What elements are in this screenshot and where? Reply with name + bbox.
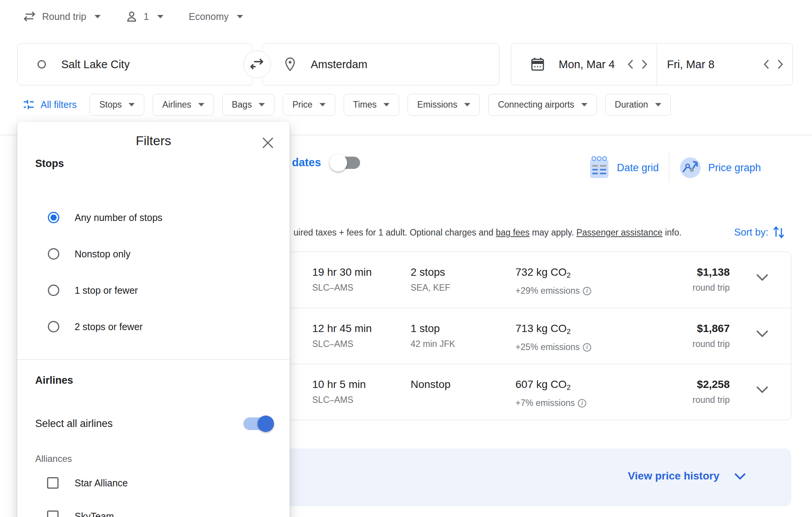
chip-bags[interactable]: Bags xyxy=(222,94,274,116)
trip-type-selector[interactable]: Round trip xyxy=(23,11,101,22)
location-pin-icon xyxy=(285,57,295,71)
radio-icon xyxy=(48,285,59,296)
origin-field[interactable]: Salt Lake City xyxy=(17,43,253,85)
all-filters-button[interactable]: All filters xyxy=(23,99,77,111)
chip-airlines[interactable]: Airlines xyxy=(153,94,214,116)
trip-controls-bar: Round trip 1 Economy xyxy=(23,11,243,22)
chevron-down-icon xyxy=(383,103,390,106)
close-icon[interactable] xyxy=(261,136,274,149)
chip-duration[interactable]: Duration xyxy=(605,94,671,116)
chevron-down-icon xyxy=(198,103,204,106)
flexible-dates-row: dates xyxy=(292,156,360,169)
stops-section-heading: Stops xyxy=(35,158,64,170)
radio-selected-icon xyxy=(48,212,59,223)
emissions-column: 713 kg CO2 +25% emissionsi xyxy=(515,322,591,352)
chip-stops[interactable]: Stops xyxy=(90,94,144,116)
sort-by-button[interactable]: Sort by: xyxy=(734,225,785,239)
google-flights-page: Round trip 1 Economy Salt Lake City xyxy=(0,0,812,517)
expand-flight-chevron-icon[interactable] xyxy=(756,386,769,393)
all-filters-label: All filters xyxy=(41,99,77,110)
chip-connecting-airports[interactable]: Connecting airports xyxy=(488,94,597,116)
dates-toggle-label: dates xyxy=(292,156,321,169)
date-grid-button[interactable]: Date grid xyxy=(579,156,669,180)
chip-label: Bags xyxy=(232,100,252,110)
flight-route: SLC–AMS xyxy=(312,339,372,349)
radio-icon xyxy=(48,248,59,260)
dates-toggle[interactable] xyxy=(331,157,360,169)
toggle-knob xyxy=(258,416,274,432)
expand-flight-chevron-icon[interactable] xyxy=(756,273,769,281)
flight-emissions: +25% emissions xyxy=(515,342,580,352)
radio-1-stop-or-fewer[interactable]: 1 stop or fewer xyxy=(48,279,138,302)
return-date-prev-button[interactable] xyxy=(760,59,773,69)
checkbox-icon xyxy=(47,477,59,489)
price-graph-button[interactable]: Price graph xyxy=(669,157,771,179)
flight-duration: 10 hr 5 min xyxy=(312,378,366,391)
stops-column: 1 stop 42 min JFK xyxy=(411,322,455,349)
chip-label: Connecting airports xyxy=(498,100,574,110)
chevron-down-icon xyxy=(237,15,243,18)
destination-value: Amsterdam xyxy=(311,58,367,71)
filters-dialog: Filters Stops Any number of stops Nonsto… xyxy=(17,122,290,517)
chip-price[interactable]: Price xyxy=(283,94,335,116)
chevron-down-icon xyxy=(129,103,135,106)
checkbox-skyteam[interactable]: SkyTeam xyxy=(47,507,114,517)
price-graph-icon xyxy=(679,157,701,179)
return-date-section[interactable]: Fri, Mar 8 xyxy=(657,44,792,85)
chevron-down-icon xyxy=(157,15,163,18)
swap-arrows-icon xyxy=(250,59,264,70)
depart-date-value: Mon, Mar 4 xyxy=(559,58,615,71)
stops-column: 2 stops SEA, KEF xyxy=(411,266,450,293)
price-column: $1,138 round trip xyxy=(693,266,730,293)
flight-stops: Nonstop xyxy=(411,378,450,391)
sort-arrows-icon xyxy=(772,225,785,239)
tune-icon xyxy=(23,99,34,111)
radio-2-stops-or-fewer[interactable]: 2 stops or fewer xyxy=(48,315,143,338)
cabin-class-label: Economy xyxy=(189,11,228,22)
flight-price-note: round trip xyxy=(693,339,730,349)
chevron-down-icon xyxy=(734,473,746,480)
bag-fees-link[interactable]: bag fees xyxy=(496,227,530,237)
view-price-history-button[interactable]: View price history xyxy=(628,470,746,482)
swap-airports-button[interactable] xyxy=(243,51,271,78)
select-all-airlines-toggle[interactable] xyxy=(243,417,272,430)
depart-date-section[interactable]: Mon, Mar 4 xyxy=(511,44,657,85)
cabin-class-selector[interactable]: Economy xyxy=(189,11,243,22)
flight-price: $2,258 xyxy=(693,378,730,391)
passengers-selector[interactable]: 1 xyxy=(126,11,163,22)
flight-route: SLC–AMS xyxy=(312,283,372,293)
filter-chips-row: All filters Stops Airlines Bags Price Ti… xyxy=(23,94,671,116)
view-price-history-label: View price history xyxy=(628,470,719,482)
chip-times[interactable]: Times xyxy=(344,94,399,116)
info-icon[interactable]: i xyxy=(583,287,591,295)
chevron-down-icon xyxy=(259,103,265,106)
checkbox-star-alliance[interactable]: Star Alliance xyxy=(47,473,128,492)
emissions-column: 732 kg CO2 +29% emissionsi xyxy=(515,266,591,296)
date-grid-icon xyxy=(589,156,610,180)
depart-date-next-button[interactable] xyxy=(638,59,651,69)
destination-field[interactable]: Amsterdam xyxy=(262,43,499,85)
chevron-down-icon xyxy=(655,103,661,106)
alliances-label: Alliances xyxy=(35,453,72,464)
flight-duration: 19 hr 30 min xyxy=(312,266,372,279)
toggle-knob xyxy=(329,154,347,172)
passenger-assistance-link[interactable]: Passenger assistance xyxy=(576,227,662,237)
expand-flight-chevron-icon[interactable] xyxy=(756,330,769,337)
flight-price-note: round trip xyxy=(693,283,730,293)
depart-date-prev-button[interactable] xyxy=(624,59,638,69)
flight-co2: 732 kg CO xyxy=(515,266,567,278)
flight-stops: 2 stops xyxy=(411,266,450,279)
chip-label: Duration xyxy=(615,100,648,110)
return-date-next-button[interactable] xyxy=(773,59,787,69)
chevron-down-icon xyxy=(95,15,101,18)
price-column: $2,258 round trip xyxy=(693,378,730,405)
info-icon[interactable]: i xyxy=(583,343,591,352)
price-graph-label: Price graph xyxy=(708,162,761,174)
chip-emissions[interactable]: Emissions xyxy=(408,94,480,116)
info-icon[interactable]: i xyxy=(578,399,586,407)
radio-nonstop-only[interactable]: Nonstop only xyxy=(48,242,130,265)
flight-emissions: +7% emissions xyxy=(515,398,575,408)
stops-column: Nonstop xyxy=(411,378,450,395)
radio-any-number-of-stops[interactable]: Any number of stops xyxy=(48,206,162,229)
duration-column: 10 hr 5 min SLC–AMS xyxy=(312,378,366,405)
